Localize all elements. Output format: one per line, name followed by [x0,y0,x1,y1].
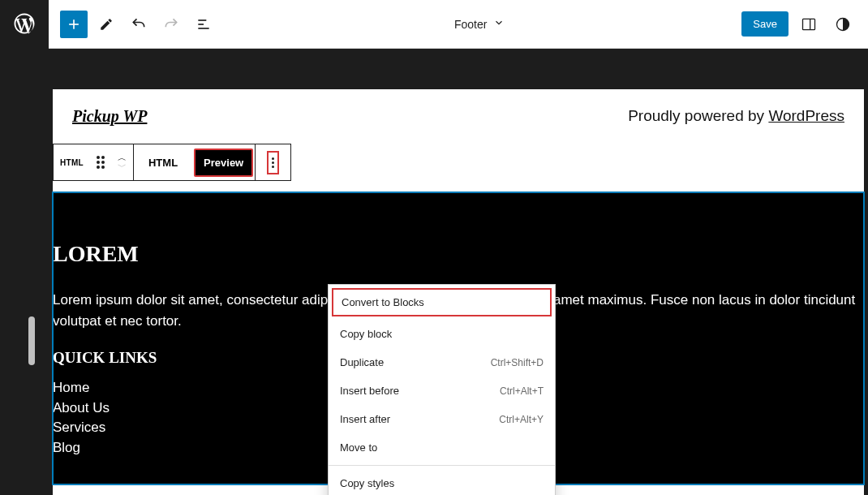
menu-item-insert-after[interactable]: Insert afterCtrl+Alt+Y [329,405,555,433]
menu-item-convert-to-blocks[interactable]: Convert to Blocks [332,288,552,316]
preview-tab[interactable]: Preview [194,148,253,177]
html-tab[interactable]: HTML [134,144,192,180]
add-block-button[interactable] [60,11,88,38]
block-heading: LOREM [53,241,864,267]
block-toolbar: HTML ︿﹀ HTML Preview [53,144,864,181]
editor-top-bar: Footer Save [49,0,868,49]
chevron-down-icon[interactable] [493,17,505,32]
menu-item-copy-block[interactable]: Copy block [329,320,555,348]
scrollbar-left[interactable] [28,316,35,365]
edit-tool-button[interactable] [92,11,120,38]
save-button[interactable]: Save [741,11,789,37]
admin-sidebar [0,0,49,495]
sidebar-toggle-button[interactable] [795,11,823,38]
wordpress-logo-icon[interactable] [12,11,37,39]
menu-item-insert-before[interactable]: Insert beforeCtrl+Alt+T [329,377,555,405]
editor-canvas: Pickup WP Proudly powered by WordPress H… [53,89,864,495]
powered-prefix: Proudly powered by [628,107,768,124]
menu-item-move-to[interactable]: Move to [329,433,555,462]
menu-item-duplicate[interactable]: DuplicateCtrl+Shift+D [329,348,555,377]
list-view-button[interactable] [190,11,217,38]
block-options-menu: Convert to Blocks Copy block DuplicateCt… [328,284,556,495]
styles-button[interactable] [829,11,857,38]
more-options-button[interactable] [267,151,279,174]
menu-item-copy-styles[interactable]: Copy styles [329,469,555,495]
wordpress-link[interactable]: WordPress [768,107,844,124]
drag-handle[interactable] [90,144,111,180]
footer-top-row: Pickup WP Proudly powered by WordPress [53,89,864,140]
powered-by-text: Proudly powered by WordPress [628,107,844,126]
document-title[interactable]: Footer [454,18,487,31]
undo-button[interactable] [125,11,153,38]
move-arrows[interactable]: ︿﹀ [111,144,133,180]
redo-button[interactable] [157,11,185,38]
svg-rect-5 [803,19,815,29]
site-title-link[interactable]: Pickup WP [72,107,147,126]
move-down-icon[interactable]: ﹀ [118,162,127,171]
block-type-indicator[interactable]: HTML [54,144,90,180]
